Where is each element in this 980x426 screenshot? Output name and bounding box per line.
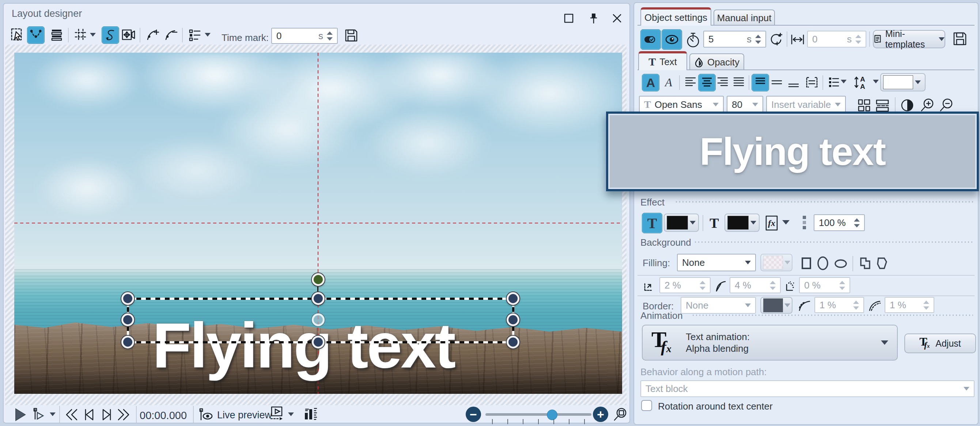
- handle-bottom-center[interactable]: [312, 336, 325, 348]
- close-button[interactable]: [610, 11, 624, 26]
- align-left-button[interactable]: [682, 74, 699, 91]
- text-wrap-button[interactable]: [803, 74, 820, 91]
- align-justify-button[interactable]: [730, 74, 747, 91]
- play-button[interactable]: [13, 407, 29, 423]
- live-preview-toggle[interactable]: [198, 407, 214, 423]
- text-effects-button[interactable]: fx: [764, 215, 780, 231]
- time-mark-value[interactable]: [275, 30, 315, 42]
- rotation-handle[interactable]: [312, 273, 325, 286]
- levels-button[interactable]: [302, 406, 318, 422]
- zoom-slider-thumb[interactable]: [547, 410, 557, 420]
- font-color-picker[interactable]: [880, 73, 926, 91]
- handle-top-center[interactable]: [312, 292, 325, 305]
- filling-dropdown[interactable]: None: [677, 254, 756, 271]
- text-animation-dropdown[interactable]: T fx Text animation: Alpha blending: [642, 325, 898, 361]
- add-node-button[interactable]: [144, 26, 161, 43]
- maximize-button[interactable]: [562, 11, 576, 26]
- preview-window-button[interactable]: [267, 405, 285, 423]
- shape-custom2-button[interactable]: [874, 255, 890, 271]
- rotation-checkbox[interactable]: [641, 400, 652, 411]
- text-color-toggle[interactable]: T: [642, 213, 662, 233]
- valign-bottom-button[interactable]: [785, 74, 802, 91]
- pin-button[interactable]: [586, 11, 601, 26]
- select-tool-button[interactable]: [9, 26, 25, 43]
- object-list-button[interactable]: [186, 26, 203, 43]
- text-opacity-value[interactable]: [818, 217, 853, 229]
- play-options-caret[interactable]: [50, 412, 56, 416]
- duration-input[interactable]: s: [703, 31, 766, 48]
- adjust-button[interactable]: T fx Adjust: [904, 333, 976, 353]
- valign-middle-button[interactable]: [768, 74, 785, 91]
- jump-end-button[interactable]: [116, 407, 132, 423]
- tab-opacity[interactable]: Opacity: [689, 53, 744, 70]
- zoom-in-text-button[interactable]: [919, 97, 936, 113]
- list-style-caret[interactable]: [841, 80, 846, 83]
- editor-text[interactable]: Flying text: [700, 129, 885, 174]
- font-family-dropdown[interactable]: T Open Sans: [639, 96, 724, 113]
- font-size-dropdown[interactable]: 80: [727, 96, 763, 113]
- preview-canvas[interactable]: Flying text: [14, 53, 622, 394]
- tab-text[interactable]: T Text: [638, 51, 687, 70]
- next-frame-button[interactable]: [99, 407, 115, 423]
- preview-options-caret[interactable]: [288, 412, 294, 416]
- handle-mid-left[interactable]: [121, 313, 134, 326]
- save-object-button[interactable]: [951, 30, 969, 48]
- list-style-button[interactable]: [826, 74, 842, 91]
- time-mark-spinner[interactable]: [326, 32, 333, 41]
- block-arrange-button[interactable]: [856, 97, 872, 113]
- remove-node-button[interactable]: [162, 26, 179, 43]
- tab-manual-input[interactable]: Manual input: [714, 10, 775, 26]
- handle-top-left[interactable]: [121, 292, 134, 305]
- layers-tool-button[interactable]: [48, 26, 65, 43]
- text-opacity-spinner[interactable]: [853, 218, 861, 227]
- align-right-button[interactable]: [714, 74, 731, 91]
- text-effects-caret[interactable]: [782, 220, 789, 225]
- shape-ellipse-button[interactable]: [815, 255, 830, 271]
- live-preview-label[interactable]: Live preview: [217, 410, 272, 421]
- outline-color-toggle[interactable]: T: [706, 214, 722, 232]
- valign-top-button[interactable]: [751, 74, 769, 91]
- time-mark-input[interactable]: s: [271, 28, 338, 44]
- insert-variable-dropdown[interactable]: Insert variable: [766, 96, 846, 113]
- shape-custom1-button[interactable]: [858, 255, 873, 271]
- duration-spinner[interactable]: [754, 35, 762, 44]
- text-editor-area[interactable]: Flying text: [606, 112, 979, 191]
- tab-object-settings[interactable]: Object settings: [640, 7, 711, 26]
- prev-frame-button[interactable]: [81, 407, 97, 423]
- shape-rect-button[interactable]: [799, 255, 814, 271]
- handle-mid-right[interactable]: [507, 313, 519, 326]
- line-spacing-button[interactable]: AA: [853, 74, 872, 91]
- text-opacity-input[interactable]: [814, 214, 865, 231]
- grid-dropdown-caret[interactable]: [90, 33, 96, 37]
- reset-duration-button[interactable]: [768, 31, 784, 48]
- zoom-out-canvas-button[interactable]: −: [466, 407, 481, 422]
- motion-path-tool-button[interactable]: [102, 26, 119, 44]
- save-layout-button[interactable]: [343, 27, 360, 44]
- zoom-in-canvas-button[interactable]: +: [593, 407, 608, 422]
- zoom-out-text-button[interactable]: [938, 97, 955, 113]
- grid-tool-button[interactable]: [72, 26, 89, 43]
- list-dropdown-caret[interactable]: [205, 33, 210, 37]
- zoom-fit-button[interactable]: [612, 406, 629, 423]
- handle-bottom-right[interactable]: [507, 336, 519, 348]
- outline-color-picker[interactable]: [724, 214, 760, 232]
- handle-bottom-left[interactable]: [121, 336, 134, 348]
- play-from-marker-button[interactable]: [31, 407, 47, 423]
- zoom-slider-track[interactable]: [485, 413, 592, 416]
- handle-center-ghost[interactable]: [312, 313, 325, 326]
- shape-oval-button[interactable]: [833, 257, 849, 270]
- jump-start-button[interactable]: [64, 407, 80, 423]
- italic-button[interactable]: A: [660, 74, 677, 91]
- line-spacing-caret[interactable]: [873, 80, 879, 83]
- duration-value[interactable]: [708, 33, 744, 45]
- align-center-button[interactable]: [698, 74, 716, 91]
- curve-edit-tool-button[interactable]: [27, 26, 45, 44]
- link-keyframes-button[interactable]: [640, 29, 661, 50]
- canvas-text-object[interactable]: Flying text: [153, 309, 454, 382]
- text-color-picker[interactable]: [664, 214, 699, 232]
- border-color-picker[interactable]: [760, 297, 792, 314]
- camera-pan-tool-button[interactable]: [120, 26, 137, 43]
- bold-button[interactable]: A: [642, 74, 659, 91]
- mini-templates-button[interactable]: Mini-templates: [873, 30, 945, 48]
- contrast-button[interactable]: [899, 97, 915, 113]
